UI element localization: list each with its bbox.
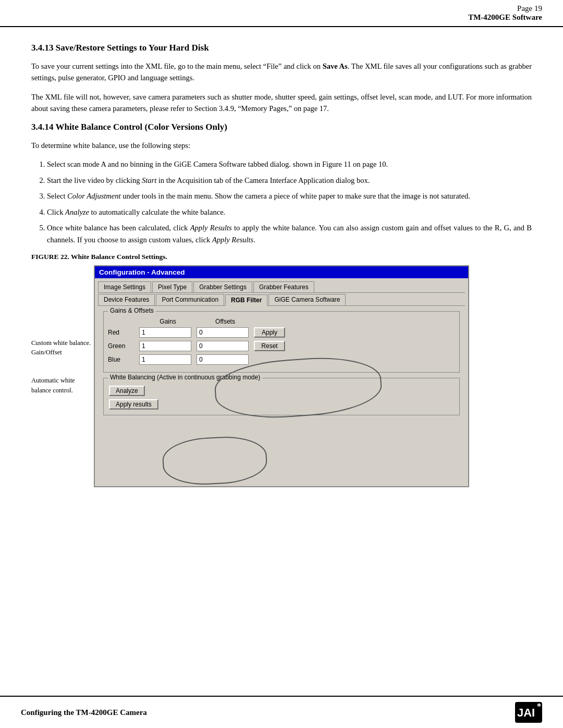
input-gain-green[interactable] — [139, 341, 191, 351]
gains-row-red: Red Apply — [108, 327, 455, 338]
step-2: Start the live video by clicking Start i… — [47, 175, 532, 186]
input-offset-green[interactable] — [197, 341, 249, 351]
gains-row-blue: Blue — [108, 354, 455, 365]
figure-container: Custom white balance. Gain/Offset Automa… — [31, 265, 532, 487]
gains-column-headers: Gains Offsets — [108, 318, 455, 325]
tab-grabber-settings[interactable]: Grabber Settings — [193, 281, 252, 292]
input-gain-red[interactable] — [139, 327, 191, 338]
gains-offsets-label: Gains & Offsets — [108, 307, 156, 314]
tab-image-settings[interactable]: Image Settings — [98, 281, 151, 292]
callout-labels: Custom white balance. Gain/Offset Automa… — [31, 265, 94, 414]
btn-apply[interactable]: Apply — [254, 327, 285, 338]
tab-bar-row2: Device Features Port Communication RGB F… — [98, 294, 465, 306]
page-number: Page 19 — [468, 4, 542, 13]
svg-text:JAI: JAI — [517, 706, 535, 719]
btn-apply-results[interactable]: Apply results — [109, 399, 158, 410]
col-header-gains: Gains — [139, 318, 197, 325]
callout-auto-wb: Automatic white balance control. — [31, 376, 94, 394]
label-red: Red — [108, 329, 139, 336]
page-footer: Configuring the TM-4200GE Camera JAI ® — [0, 696, 563, 728]
btn-analyze[interactable]: Analyze — [109, 386, 145, 396]
tab-rgb-filter[interactable]: RGB Filter — [225, 294, 267, 306]
dialog-titlebar: Configuration - Advanced — [95, 266, 468, 278]
tab-grabber-features[interactable]: Grabber Features — [253, 281, 314, 292]
main-content: 3.4.13 Save/Restore Settings to Your Har… — [0, 27, 563, 539]
tab-pixel-type[interactable]: Pixel Type — [152, 281, 192, 292]
section-heading-2: 3.4.14 White Balance Control (Color Vers… — [31, 122, 532, 132]
wb-buttons: Analyze Apply results — [109, 386, 454, 410]
wb-group: White Balancing (Active in continuous gr… — [103, 378, 460, 415]
section2-intro: To determine white balance, use the foll… — [31, 140, 532, 151]
section1-para1: To save your current settings into the X… — [31, 60, 532, 84]
tab-device-features[interactable]: Device Features — [98, 294, 155, 305]
step-1: Select scan mode A and no binning in the… — [47, 158, 532, 170]
col-header-offsets: Offsets — [197, 318, 254, 325]
wb-group-label: White Balancing (Active in continuous gr… — [108, 374, 262, 381]
dialog-title: Configuration - Advanced — [99, 268, 185, 276]
footer-text: Configuring the TM-4200GE Camera — [21, 708, 147, 717]
gains-row-green: Green Reset — [108, 341, 455, 351]
dialog-body: Image Settings Pixel Type Grabber Settin… — [95, 278, 468, 486]
figure-label: FIGURE 22. White Balance Control Setting… — [31, 253, 532, 261]
label-green: Green — [108, 342, 139, 350]
section1-para2: The XML file will not, however, save cam… — [31, 91, 532, 115]
step-3: Select Color Adjustment under tools in t… — [47, 190, 532, 202]
page-header: Page 19 TM-4200GE Software — [0, 0, 563, 27]
dialog-window: Configuration - Advanced Image Settings … — [94, 265, 469, 487]
tab-port-communication[interactable]: Port Communication — [156, 294, 224, 305]
step-5: Once white balance has been calculated, … — [47, 222, 532, 245]
gains-offsets-group: Gains & Offsets Gains Offsets Red — [103, 311, 460, 373]
steps-list: Select scan mode A and no binning in the… — [47, 158, 532, 245]
jai-logo: JAI ® — [515, 702, 542, 723]
document-title: TM-4200GE Software — [468, 13, 542, 22]
callout-custom-wb: Custom white balance. Gain/Offset — [31, 338, 94, 357]
input-offset-blue[interactable] — [197, 354, 249, 365]
section-heading-1: 3.4.13 Save/Restore Settings to Your Har… — [31, 43, 532, 53]
input-gain-blue[interactable] — [139, 354, 191, 365]
btn-reset[interactable]: Reset — [254, 341, 285, 351]
svg-text:®: ® — [538, 704, 540, 707]
tab-gige-camera-software[interactable]: GiGE Camera Software — [268, 294, 346, 305]
label-blue: Blue — [108, 356, 139, 363]
input-offset-red[interactable] — [197, 327, 249, 338]
step-4: Click Analyze to automatically calculate… — [47, 206, 532, 218]
tab-bar-row1: Image Settings Pixel Type Grabber Settin… — [98, 281, 465, 293]
tab-content-rgb-filter: Gains & Offsets Gains Offsets Red — [98, 306, 465, 483]
